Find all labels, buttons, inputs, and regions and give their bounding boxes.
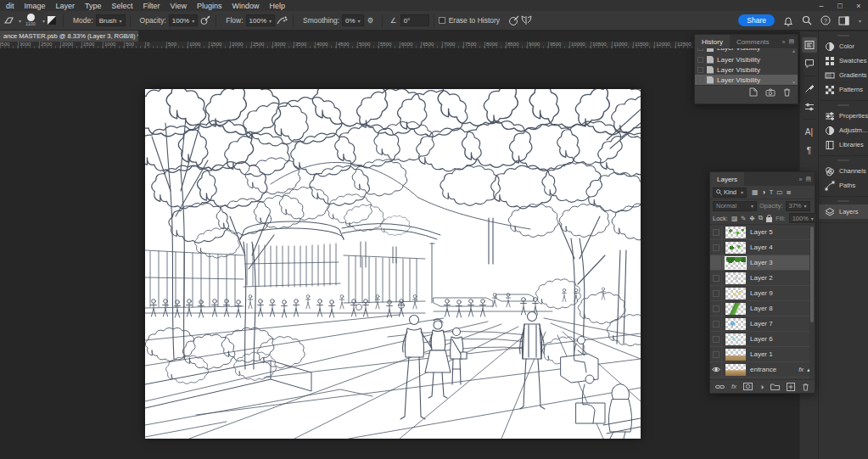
maximize-button[interactable]: □: [831, 2, 849, 10]
erase-to-history-checkbox[interactable]: [439, 17, 445, 24]
layer-style-fx-icon[interactable]: fx: [731, 383, 736, 390]
layer-name[interactable]: Layer 4: [750, 243, 773, 251]
smoothing-field[interactable]: 0%▾: [342, 14, 364, 26]
visibility-toggle-empty[interactable]: [710, 347, 722, 361]
dock-item-properties[interactable]: Properties: [819, 109, 868, 123]
blend-mode-select[interactable]: Normal▾: [713, 201, 757, 211]
layer-name[interactable]: Layer 5: [750, 228, 773, 236]
symmetry-icon[interactable]: [520, 14, 534, 27]
visibility-eye-icon[interactable]: [710, 362, 722, 377]
new-document-from-state-icon[interactable]: [749, 87, 758, 97]
layer-thumbnail[interactable]: [725, 242, 746, 254]
visibility-toggle-empty[interactable]: [710, 225, 722, 239]
menu-item-filter[interactable]: Filter: [138, 2, 165, 10]
layer-thumbnail[interactable]: [725, 349, 746, 361]
layer-name[interactable]: Layer 2: [750, 274, 773, 282]
panel-collapse-icon[interactable]: »: [781, 39, 785, 45]
layers-scrollbar[interactable]: [809, 225, 815, 379]
lock-move-icon[interactable]: ✥: [749, 215, 754, 222]
visibility-toggle-empty[interactable]: [710, 240, 722, 255]
layer-thumbnail[interactable]: [725, 303, 746, 315]
layer-thumbnail[interactable]: [725, 318, 746, 330]
mode-select[interactable]: Brush▾: [96, 14, 126, 26]
dock-item-channels[interactable]: Channels: [819, 164, 868, 178]
menu-item-type[interactable]: Type: [80, 2, 107, 10]
dock-item-libraries[interactable]: Libraries: [819, 137, 868, 152]
layer-row-layer-7[interactable]: Layer 7: [710, 316, 815, 332]
workspace-chevron[interactable]: ▾: [859, 18, 861, 24]
dock-item-paths[interactable]: Paths: [819, 178, 868, 193]
dock-item-color[interactable]: Color: [819, 39, 868, 53]
brush-settings-icon[interactable]: [802, 81, 817, 96]
history-state[interactable]: Layer Visibility: [695, 75, 798, 85]
visibility-toggle-empty[interactable]: [710, 286, 722, 300]
visibility-toggle-empty[interactable]: [710, 271, 722, 285]
layer-row-layer-6[interactable]: Layer 6: [710, 332, 815, 347]
menu-item-select[interactable]: Select: [107, 2, 138, 10]
document-canvas[interactable]: [145, 89, 641, 439]
opacity-field[interactable]: 100%▾: [169, 14, 198, 26]
dock-grip[interactable]: [837, 104, 849, 106]
notifications-bell-icon[interactable]: [781, 14, 795, 27]
new-snapshot-camera-icon[interactable]: [765, 88, 776, 97]
history-source-checkbox[interactable]: [697, 48, 703, 51]
layer-thumbnail[interactable]: [725, 272, 746, 284]
layer-row-layer-4[interactable]: Layer 4: [710, 240, 815, 255]
opacity-pressure-icon[interactable]: [198, 14, 211, 27]
layer-thumbnail[interactable]: [725, 333, 746, 345]
layer-row-layer-9[interactable]: Layer 9: [710, 286, 815, 301]
menu-item-image[interactable]: Image: [20, 2, 51, 10]
filter-type-layers-icon[interactable]: T: [769, 188, 773, 196]
angle-field[interactable]: 0°: [400, 14, 429, 26]
layer-row-layer-2[interactable]: Layer 2: [710, 271, 815, 286]
history-source-checkbox[interactable]: [697, 77, 703, 83]
minimize-button[interactable]: –: [812, 2, 831, 10]
history-source-checkbox[interactable]: [697, 57, 703, 63]
lock-all-icon[interactable]: [766, 215, 772, 222]
comments-icon[interactable]: [802, 56, 817, 71]
paragraph-panel-icon[interactable]: ¶: [802, 143, 817, 158]
history-state[interactable]: Layer Visibility: [695, 48, 798, 54]
layer-name[interactable]: Layer 7: [750, 320, 773, 327]
filter-adjustment-layers-icon[interactable]: ◑: [762, 188, 766, 196]
layers-menu-icon[interactable]: ▤: [805, 176, 811, 182]
filter-pixel-layers-icon[interactable]: ▦: [752, 188, 759, 196]
layer-row-layer-1[interactable]: Layer 1: [710, 347, 815, 362]
new-layer-icon[interactable]: [787, 383, 795, 391]
history-scrollbar[interactable]: ▲▼: [791, 48, 797, 85]
visibility-toggle-empty[interactable]: [710, 316, 722, 331]
lock-artboard-icon[interactable]: ⧉: [759, 214, 763, 222]
visibility-toggle-empty[interactable]: [710, 332, 722, 346]
layers-collapse-icon[interactable]: »: [798, 176, 802, 182]
panel-menu-icon[interactable]: ▤: [788, 38, 794, 45]
layer-row-layer-5[interactable]: Layer 5: [710, 225, 815, 240]
layer-name[interactable]: Layer 8: [750, 305, 773, 312]
workspace-icon[interactable]: [837, 14, 851, 27]
kind-filter-select[interactable]: Kind▾: [713, 188, 747, 198]
lock-transparency-icon[interactable]: ▨: [731, 215, 737, 222]
brush-preview[interactable]: 1100: [21, 14, 40, 27]
layer-row-layer-8[interactable]: Layer 8: [710, 301, 815, 316]
new-group-folder-icon[interactable]: [770, 383, 780, 390]
visibility-toggle-empty[interactable]: [710, 255, 722, 270]
filter-smart-objects-icon[interactable]: ⧈: [787, 188, 791, 197]
menu-item-window[interactable]: Window: [227, 2, 264, 10]
tab-history[interactable]: History: [695, 35, 730, 48]
brush-panel-toggle-icon[interactable]: [45, 14, 59, 27]
new-adjustment-layer-icon[interactable]: ◑: [759, 383, 764, 391]
filter-shape-layers-icon[interactable]: ▭: [776, 188, 783, 196]
layer-thumbnail[interactable]: [725, 288, 746, 299]
character-panel-icon[interactable]: A|: [802, 124, 817, 139]
dock-grip[interactable]: [837, 200, 849, 202]
dock-grip[interactable]: [837, 35, 849, 36]
menu-item-plugins[interactable]: Plugins: [192, 2, 227, 10]
add-layer-mask-icon[interactable]: [743, 383, 753, 390]
history-source-checkbox[interactable]: [697, 67, 703, 73]
link-layers-icon[interactable]: [715, 383, 725, 390]
fill-field[interactable]: 100%▾: [789, 213, 817, 223]
visibility-toggle-empty[interactable]: [710, 301, 722, 316]
help-icon[interactable]: ?: [819, 14, 832, 27]
layer-name[interactable]: Layer 6: [750, 335, 773, 343]
smoothing-gear-icon[interactable]: ⚙: [364, 14, 378, 27]
layer-row-entrance[interactable]: entrancefx▲: [710, 362, 815, 378]
